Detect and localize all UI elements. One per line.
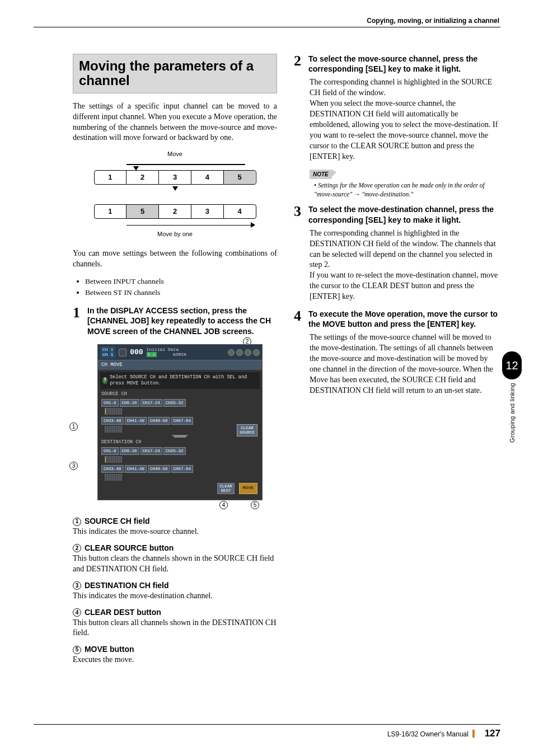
step-4: 4 To execute the Move operation, move th… [294,309,498,329]
diagram-cell: 5 [224,171,256,184]
glossary-num: 1 [73,518,81,526]
glossary-num: 5 [73,646,81,654]
mock-ch-range-btn[interactable]: CH1-8 [101,447,119,455]
diagram-cell: 2 [127,171,159,184]
mock-ch-range-btn[interactable]: CH17-24 [140,399,163,407]
move-diagram: Move 1 2 3 4 5 1 5 2 3 4 Move [94,150,256,238]
mock-scene-name: Initial Data R E ADMIN [147,348,186,358]
divider-handle-icon [172,435,189,438]
glossary-title: SOURCE CH field [85,516,150,525]
mock-ch-range-btn[interactable]: CH49-56 [148,465,170,473]
glossary-num: 3 [73,581,81,590]
mock-scene-number: 000 [130,348,143,358]
chapter-tab: 12 Grouping and linking [502,351,522,443]
step-body: The settings of the move-source channel … [310,332,498,396]
breadcrumb: Copying, moving, or initializing a chann… [367,17,499,25]
step-heading: To execute the Move operation, move the … [308,309,498,329]
diagram-cell: 4 [191,171,224,184]
combo-item: Between INPUT channels [85,276,277,287]
diagram-cell: 4 [224,205,256,218]
mock-source-grid: CH1-8 CH9-16 CH17-24 CH25-32 CH33-40 CH4… [101,399,259,433]
mock-ch-range-btn[interactable]: CH41-48 [125,465,147,473]
move-button[interactable]: MOVE [239,483,257,495]
mock-ch-range-btn[interactable]: CH41-48 [125,417,147,425]
arrow-down-icon [172,186,178,191]
mock-ch-range-btn[interactable]: CH9-16 [120,447,139,455]
mock-dest-label: DESTINATION CH [101,439,259,445]
step-2: 2 To select the move-source channel, pre… [294,54,498,74]
mock-ch-range-btn[interactable]: CH33-40 [101,417,124,425]
callout-5: 5 [251,501,260,509]
mock-ch-range-btn[interactable]: CH9-16 [120,399,139,407]
note-label: NOTE [310,170,332,180]
glossary-num: 4 [73,608,81,617]
callout-3: 3 [69,462,79,470]
mock-ch-range-btn[interactable]: CH17-24 [140,447,163,455]
move-by-one-label: Move by one [94,230,256,238]
diagram-cell: 1 [95,205,127,218]
clear-dest-button[interactable]: CLEARDEST [217,483,235,495]
glossary-title: DESTINATION CH field [85,581,169,590]
step-heading: To select the move-destination channel, … [308,204,498,224]
callout-4: 4 [219,501,229,509]
mock-ch-range-btn[interactable]: CH57-64 [171,417,194,425]
step-number: 4 [294,309,305,323]
page-footer: LS9-16/32 Owner's Manual 127 [34,724,500,739]
step-body: The corresponding channel is highlighted… [310,77,498,162]
mock-source-label: SOURCE CH [101,391,259,397]
diagram-cell: 1 [95,171,127,184]
glossary-text: Executes the move. [73,655,277,665]
diagram-cell: 2 [159,205,191,218]
step-number: 2 [294,54,305,68]
move-label: Move [94,150,256,158]
mock-instruction-msg: ? Select SOURCE CH and DESTINATION CH wi… [100,372,260,389]
ch-move-screenshot: CH 1 ch 1 000 Initial Data R E ADMIN [97,344,263,501]
clear-source-button[interactable]: CLEARSOURCE [237,424,257,437]
mock-ch-range-btn[interactable]: CH1-8 [101,399,119,407]
question-icon: ? [102,377,107,384]
chapter-label: Grouping and linking [509,383,516,443]
mock-ch-range-btn[interactable]: CH33-40 [101,465,124,473]
step-body: The corresponding channel is highlighted… [310,228,498,302]
glossary-title: CLEAR DEST button [85,608,161,617]
arrow-right-icon [127,221,255,229]
step-heading: In the DISPLAY ACCESS section, press the… [87,306,277,336]
mock-st-knobs [228,349,260,356]
diagram-cell: 3 [159,171,191,184]
section-heading: Moving the parameters of a channel [73,54,277,93]
right-column: 2 To select the move-source channel, pre… [294,54,498,671]
combo-item: Between ST IN channels [85,288,277,298]
chapter-number: 12 [502,351,522,379]
step-3: 3 To select the move-destination channel… [294,204,498,224]
note-box: NOTE Settings for the Move operation can… [310,169,498,199]
mock-dest-grid: CH1-8 CH9-16 CH17-24 CH25-32 CH33-40 CH4… [101,447,259,481]
diagram-row-after: 1 5 2 3 4 [94,204,256,219]
mock-screen-title: CH MOVE [98,360,262,369]
glossary-text: This button clears all channels shown in… [73,618,277,639]
diagram-cell: 5 [127,205,159,218]
glossary-text: This indicates the move-destination chan… [73,591,277,602]
combinations-intro: You can move settings between the follow… [73,248,277,270]
step-1: 1 In the DISPLAY ACCESS section, press t… [73,306,277,336]
glossary-title: CLEAR SOURCE button [85,543,174,552]
glossary-text: This button clears the channels shown in… [73,553,277,575]
mock-ch-range-btn[interactable]: CH57-64 [171,465,194,473]
footer-divider-icon [472,730,475,738]
glossary-list: 1 SOURCE CH field This indicates the mov… [73,516,277,665]
diagram-cell: 3 [191,205,224,218]
mock-ch-range-btn[interactable]: CH25-32 [163,399,186,407]
glossary-title: MOVE button [85,645,134,654]
glossary-text: This indicates the move-source channel. [73,527,277,537]
mock-ch-range-btn[interactable]: CH49-56 [148,417,170,425]
left-column: Moving the parameters of a channel The s… [73,54,277,671]
glossary-num: 2 [73,544,81,552]
step-heading: To select the move-source channel, press… [308,54,498,74]
page-number: 127 [485,728,500,739]
mock-ch-range-btn[interactable]: CH25-32 [163,447,186,455]
intro-paragraph: The settings of a specific input channel… [73,101,277,144]
pencil-icon [119,349,127,356]
mock-channel-indicator: CH 1 ch 1 [100,346,115,359]
footer-product: LS9-16/32 Owner's Manual [387,730,469,738]
step-number: 1 [73,306,84,320]
diagram-row-before: 1 2 3 4 5 [94,170,256,185]
